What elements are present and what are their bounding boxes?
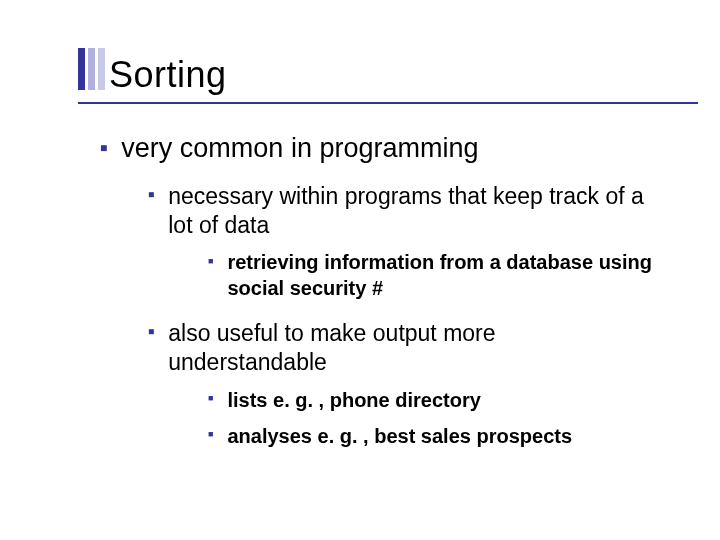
bullet-text: analyses e. g. , best sales prospects bbox=[227, 423, 660, 449]
spacer bbox=[100, 311, 660, 319]
bullet-text: very common in programming bbox=[121, 132, 660, 166]
accent-bar bbox=[98, 48, 105, 90]
title-underline bbox=[78, 102, 698, 104]
accent-bar bbox=[88, 48, 95, 90]
bullet-text: retrieving information from a database u… bbox=[227, 249, 660, 301]
bullet-text: also useful to make output more understa… bbox=[168, 319, 660, 377]
square-bullet-icon: ■ bbox=[208, 393, 213, 413]
bullet-level2: ■ necessary within programs that keep tr… bbox=[148, 182, 660, 240]
square-bullet-icon: ■ bbox=[208, 256, 213, 302]
bullet-level3: ■ analyses e. g. , best sales prospects bbox=[208, 423, 660, 449]
slide: Sorting ■ very common in programming ■ n… bbox=[0, 0, 720, 449]
title-accent-bars bbox=[78, 48, 105, 90]
slide-title: Sorting bbox=[109, 54, 227, 96]
bullet-text: necessary within programs that keep trac… bbox=[168, 182, 660, 240]
square-bullet-icon: ■ bbox=[148, 326, 154, 376]
bullet-level3: ■ lists e. g. , phone directory bbox=[208, 387, 660, 413]
bullet-text: lists e. g. , phone directory bbox=[227, 387, 660, 413]
square-bullet-icon: ■ bbox=[148, 189, 154, 239]
bullet-level3: ■ retrieving information from a database… bbox=[208, 249, 660, 301]
title-row: Sorting bbox=[78, 48, 660, 96]
slide-content: ■ very common in programming ■ necessary… bbox=[100, 132, 660, 449]
accent-bar bbox=[78, 48, 85, 90]
square-bullet-icon: ■ bbox=[208, 429, 213, 449]
square-bullet-icon: ■ bbox=[100, 141, 107, 166]
bullet-level1: ■ very common in programming bbox=[100, 132, 660, 166]
bullet-level2: ■ also useful to make output more unders… bbox=[148, 319, 660, 377]
